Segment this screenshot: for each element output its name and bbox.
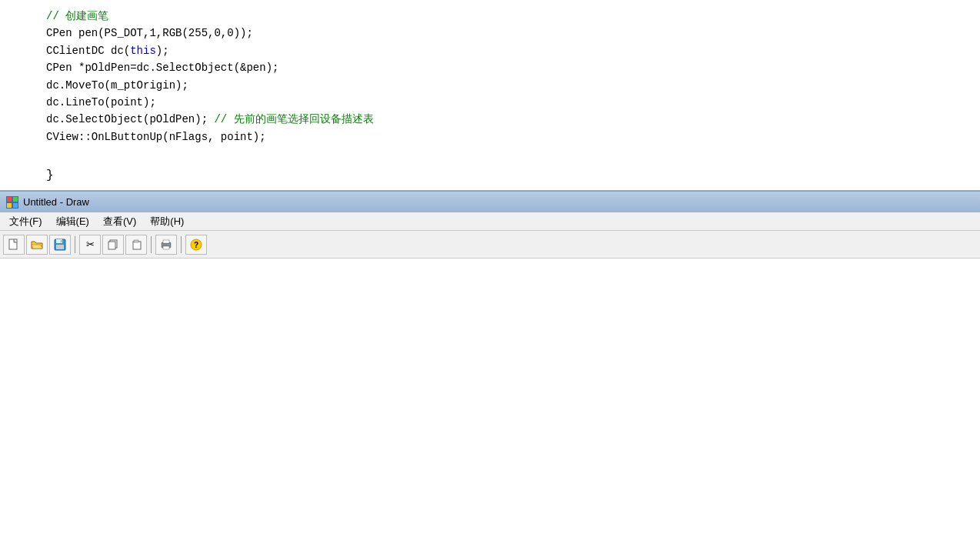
- separator-1: [75, 236, 75, 253]
- print-button[interactable]: [155, 235, 177, 255]
- canvas-area[interactable]: [0, 259, 980, 534]
- svg-rect-5: [9, 239, 17, 249]
- copy-icon: [108, 239, 118, 250]
- new-icon: [8, 239, 20, 251]
- svg-rect-16: [163, 246, 169, 249]
- copy-button[interactable]: [102, 235, 124, 255]
- app-icon: [6, 196, 18, 209]
- code-comment-1: // 创建画笔: [46, 10, 108, 22]
- separator-2: [151, 236, 152, 253]
- help-icon: ?: [190, 239, 202, 251]
- code-line-4: dc.MoveTo(m_ptOrigin);: [46, 79, 188, 92]
- help-button[interactable]: ?: [185, 235, 207, 255]
- svg-rect-13: [134, 240, 138, 242]
- svg-rect-15: [163, 240, 169, 243]
- code-brace: }: [46, 169, 54, 182]
- menu-edit[interactable]: 编辑(E): [50, 213, 95, 230]
- drawing-canvas: [0, 259, 980, 534]
- code-line-1: CPen pen(PS_DOT,1,RGB(255,0,0));: [46, 27, 253, 39]
- code-line-3: CPen *pOldPen=dc.SelectObject(&pen);: [46, 62, 278, 74]
- paste-icon: [131, 239, 142, 250]
- svg-rect-11: [108, 242, 115, 249]
- code-area: // 创建画笔 CPen pen(PS_DOT,1,RGB(255,0,0));…: [0, 0, 980, 191]
- menu-help[interactable]: 帮助(H): [144, 213, 190, 230]
- title-bar: Untitled - Draw: [0, 191, 980, 212]
- open-button[interactable]: [26, 235, 48, 255]
- code-line-5: dc.LineTo(point);: [46, 96, 156, 108]
- svg-rect-9: [61, 240, 62, 242]
- svg-rect-4: [13, 203, 18, 208]
- menu-file[interactable]: 文件(F): [3, 213, 48, 230]
- cut-button[interactable]: ✂: [79, 235, 101, 255]
- code-line-7: CView::OnLButtonUp(nFlags, point);: [46, 131, 266, 143]
- print-icon: [160, 239, 172, 251]
- svg-text:?: ?: [194, 241, 198, 249]
- save-button[interactable]: [49, 235, 71, 255]
- menu-view[interactable]: 查看(V): [97, 213, 142, 230]
- cut-icon: ✂: [86, 239, 95, 250]
- code-line-2: CClientDC dc(this);: [46, 45, 169, 57]
- separator-3: [181, 236, 182, 253]
- window-title: Untitled - Draw: [23, 196, 89, 208]
- svg-rect-17: [168, 244, 169, 245]
- svg-rect-8: [56, 245, 64, 249]
- svg-rect-1: [7, 197, 12, 202]
- paste-button[interactable]: [125, 235, 147, 255]
- svg-rect-3: [7, 203, 12, 208]
- save-icon: [54, 239, 66, 251]
- new-button[interactable]: [3, 235, 25, 255]
- svg-rect-2: [13, 197, 18, 202]
- code-line-6: dc.SelectObject(pOldPen); // 先前的画笔选择回设备描…: [46, 113, 374, 125]
- toolbar: ✂ ?: [0, 231, 980, 259]
- open-icon: [31, 239, 43, 251]
- svg-rect-12: [133, 242, 141, 249]
- menu-bar: 文件(F) 编辑(E) 查看(V) 帮助(H): [0, 212, 980, 231]
